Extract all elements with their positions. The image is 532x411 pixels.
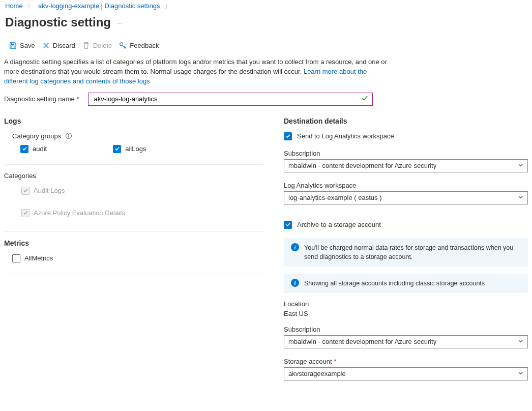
metrics-header: Metrics <box>4 239 263 247</box>
checkbox-alllogs[interactable]: allLogs <box>113 145 146 153</box>
checkbox-allmetrics[interactable]: AllMetrics <box>12 254 263 262</box>
law-value: log-analytics-example ( eastus ) <box>288 194 382 201</box>
send-law-label: Send to Log Analytics workspace <box>297 132 394 140</box>
breadcrumb-resource[interactable]: akv-logging-example | Diagnostic setting… <box>38 2 160 10</box>
breadcrumb-home[interactable]: Home <box>5 2 23 10</box>
checkbox-disabled-icon <box>21 209 29 217</box>
allmetrics-label: AllMetrics <box>24 254 53 262</box>
chevron-down-icon <box>518 370 523 377</box>
close-icon <box>42 42 50 49</box>
feedback-label: Feedback <box>130 42 159 49</box>
svg-rect-3 <box>69 135 69 137</box>
checkbox-icon <box>284 221 292 229</box>
info-text: Showing all storage accounts including c… <box>304 279 485 288</box>
checkbox-disabled-icon <box>21 187 29 195</box>
subscription-select[interactable]: mbaldwin - content development for Azure… <box>284 159 528 172</box>
valid-check-icon <box>361 95 368 103</box>
setting-name-input[interactable] <box>93 95 357 103</box>
separator <box>4 164 263 165</box>
info-icon: i <box>291 243 299 251</box>
setting-name-input-wrap[interactable] <box>88 93 373 106</box>
intro-text: A diagnostic setting specifies a list of… <box>4 54 391 92</box>
delete-button: Delete <box>82 42 112 49</box>
feedback-icon <box>119 42 127 49</box>
checkbox-send-law[interactable]: Send to Log Analytics workspace <box>284 132 528 140</box>
subscription2-value: mbaldwin - content development for Azure… <box>288 338 436 345</box>
storage-account-select[interactable]: akvstorageexample <box>284 367 528 380</box>
breadcrumb-sep-icon: 〉 <box>162 3 173 9</box>
chevron-down-icon <box>518 162 523 169</box>
checkbox-icon <box>20 145 28 153</box>
alllogs-label: allLogs <box>125 145 146 153</box>
save-icon <box>9 42 17 49</box>
page-title: Diagnostic setting <box>5 15 111 30</box>
subscription-label: Subscription <box>284 150 528 157</box>
more-icon[interactable]: ··· <box>115 19 125 26</box>
subscription-value: mbaldwin - content development for Azure… <box>288 162 436 169</box>
location-value: East US <box>284 308 528 317</box>
info-text: You'll be charged normal data rates for … <box>304 243 521 261</box>
separator <box>4 231 263 232</box>
info-icon: i <box>291 279 299 287</box>
discard-label: Discard <box>53 42 75 49</box>
feedback-button[interactable]: Feedback <box>119 42 159 49</box>
logs-header: Logs <box>4 117 263 125</box>
checkbox-audit-logs: Audit Logs <box>21 187 263 195</box>
cat-audit-label: Audit Logs <box>34 187 65 194</box>
cat-policy-label: Azure Policy Evaluation Details <box>34 209 125 217</box>
audit-label: audit <box>33 145 47 153</box>
checkbox-icon <box>284 132 292 140</box>
checkbox-policy-eval: Azure Policy Evaluation Details <box>21 209 263 217</box>
discard-button[interactable]: Discard <box>42 42 75 49</box>
info-storage-showing: i Showing all storage accounts including… <box>284 274 528 293</box>
save-label: Save <box>20 42 35 49</box>
categories-header: Categories <box>4 172 263 180</box>
breadcrumb: Home 〉 akv-logging-example | Diagnostic … <box>4 1 528 13</box>
info-icon[interactable] <box>65 132 72 139</box>
checkbox-audit[interactable]: audit <box>20 145 47 153</box>
svg-point-2 <box>68 134 69 135</box>
subscription2-label: Subscription <box>284 326 528 333</box>
svg-point-0 <box>120 43 123 46</box>
archive-storage-label: Archive to a storage account <box>297 221 381 228</box>
storage-account-label: Storage account * <box>284 358 528 365</box>
location-label: Location <box>284 300 528 308</box>
setting-name-label: Diagnostic setting name * <box>4 95 79 103</box>
delete-label: Delete <box>93 42 112 49</box>
save-button[interactable]: Save <box>9 42 35 49</box>
destination-header: Destination details <box>284 117 528 125</box>
subscription2-select[interactable]: mbaldwin - content development for Azure… <box>284 335 528 348</box>
law-field-label: Log Analytics workspace <box>284 182 528 189</box>
storage-account-value: akvstorageexample <box>288 370 346 377</box>
checkbox-icon <box>12 254 20 262</box>
separator <box>4 274 263 274</box>
trash-icon <box>82 42 90 49</box>
checkbox-archive-storage[interactable]: Archive to a storage account <box>284 221 528 229</box>
checkbox-icon <box>113 145 121 153</box>
toolbar: Save Discard Delete Feedback <box>4 39 528 54</box>
info-storage-charge: i You'll be charged normal data rates fo… <box>284 238 528 267</box>
law-select[interactable]: log-analytics-example ( eastus ) <box>284 191 528 204</box>
category-groups-header: Category groups <box>12 132 263 140</box>
breadcrumb-sep-icon: 〉 <box>24 3 36 9</box>
chevron-down-icon <box>518 194 523 201</box>
chevron-down-icon <box>518 338 523 345</box>
